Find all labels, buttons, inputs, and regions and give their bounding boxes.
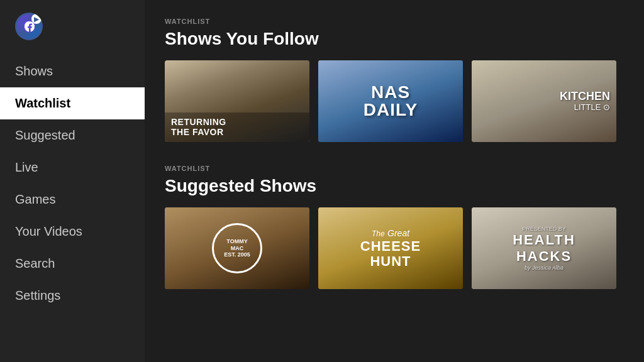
thumbnail-returning-the-favor[interactable]: RETURNINGTHE FAVOR bbox=[165, 60, 309, 142]
sidebar-item-watchlist[interactable]: Watchlist bbox=[0, 87, 145, 119]
tommy-mac-circle: TOMMYMACEST. 2005 bbox=[212, 223, 262, 273]
section-label-2: WATCHLIST bbox=[165, 165, 624, 172]
suggested-shows-row: TOMMYMACEST. 2005 The Great CHEESE HUNT … bbox=[165, 207, 624, 289]
shows-you-follow-row: RETURNINGTHE FAVOR NASDAILY KITCHENLittl… bbox=[165, 60, 624, 142]
sidebar-item-your-videos[interactable]: Your Videos bbox=[0, 216, 145, 248]
tommy-mac-title: TOMMYMACEST. 2005 bbox=[224, 238, 250, 258]
section-title-1: Shows You Follow bbox=[165, 29, 624, 49]
facebook-logo: ▶ bbox=[15, 13, 43, 40]
shows-you-follow-section: WATCHLIST Shows You Follow RETURNINGTHE … bbox=[165, 18, 624, 142]
health-hacks-title: PRESENTED BY HEALTH HACKS by Jessica Alb… bbox=[513, 226, 575, 271]
returning-title: RETURNINGTHE FAVOR bbox=[171, 118, 303, 137]
section-title-2: Suggested Shows bbox=[165, 176, 624, 196]
thumbnail-great-cheese-hunt[interactable]: The Great CHEESE HUNT bbox=[318, 207, 463, 289]
sidebar: ▶ Shows Watchlist Suggested Live Games Y… bbox=[0, 0, 145, 362]
kitchen-little-title: KITCHENLittle ⊙ bbox=[560, 90, 610, 112]
sidebar-item-shows[interactable]: Shows bbox=[0, 55, 145, 87]
thumbnail-tommy-mac[interactable]: TOMMYMACEST. 2005 bbox=[165, 207, 309, 289]
nas-daily-title: NASDAILY bbox=[364, 84, 418, 119]
suggested-shows-section: WATCHLIST Suggested Shows TOMMYMACEST. 2… bbox=[165, 165, 624, 289]
thumbnail-kitchen-little[interactable]: KITCHENLittle ⊙ bbox=[472, 60, 616, 142]
sidebar-item-search[interactable]: Search bbox=[0, 248, 145, 280]
thumbnail-health-hacks[interactable]: PRESENTED BY HEALTH HACKS by Jessica Alb… bbox=[472, 207, 616, 289]
nav-menu: Shows Watchlist Suggested Live Games You… bbox=[0, 55, 145, 362]
sidebar-item-games[interactable]: Games bbox=[0, 184, 145, 216]
sidebar-item-settings[interactable]: Settings bbox=[0, 280, 145, 312]
logo-area: ▶ bbox=[0, 0, 145, 55]
cheese-hunt-title: The Great CHEESE HUNT bbox=[360, 228, 421, 269]
watch-badge: ▶ bbox=[31, 14, 42, 24]
sidebar-item-live[interactable]: Live bbox=[0, 151, 145, 184]
returning-overlay: RETURNINGTHE FAVOR bbox=[165, 112, 309, 142]
section-label-1: WATCHLIST bbox=[165, 18, 624, 25]
sidebar-item-suggested[interactable]: Suggested bbox=[0, 119, 145, 151]
main-content: WATCHLIST Shows You Follow RETURNINGTHE … bbox=[145, 0, 644, 362]
thumbnail-nas-daily[interactable]: NASDAILY bbox=[318, 60, 463, 142]
